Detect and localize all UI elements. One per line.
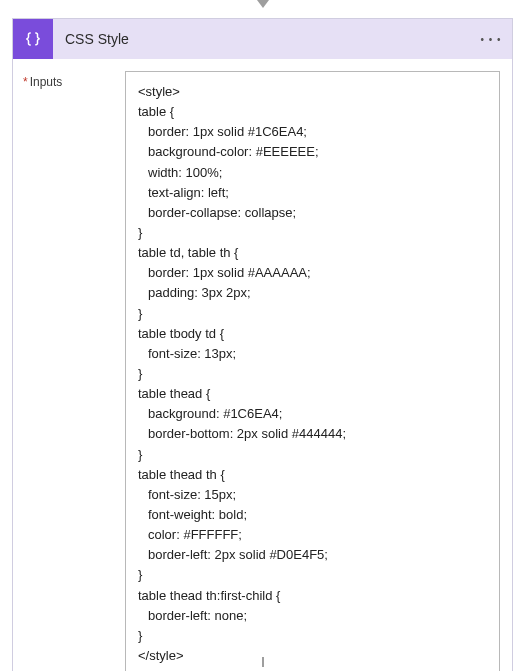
code-line: background: #1C6EA4; xyxy=(138,404,487,424)
code-line: font-weight: bold; xyxy=(138,505,487,525)
code-line: border-collapse: collapse; xyxy=(138,203,487,223)
code-line: background-color: #EEEEEE; xyxy=(138,142,487,162)
card-header[interactable]: CSS Style • • • xyxy=(13,19,512,59)
code-line: color: #FFFFFF; xyxy=(138,525,487,545)
code-line: text-align: left; xyxy=(138,183,487,203)
flow-arrow-in xyxy=(257,0,269,8)
code-line: } xyxy=(138,445,487,465)
code-line: font-size: 15px; xyxy=(138,485,487,505)
code-line: table tbody td { xyxy=(138,324,487,344)
code-braces-icon xyxy=(24,30,42,48)
flow-arrow-out xyxy=(262,657,264,667)
card-title: CSS Style xyxy=(53,31,476,47)
required-indicator: * xyxy=(23,75,28,89)
action-icon-box xyxy=(13,19,53,59)
inputs-value[interactable]: <style>table {border: 1px solid #1C6EA4;… xyxy=(125,71,500,671)
code-line: table td, table th { xyxy=(138,243,487,263)
code-line: table { xyxy=(138,102,487,122)
code-line: <style> xyxy=(138,82,487,102)
card-body: *Inputs <style>table {border: 1px solid … xyxy=(13,59,512,671)
code-line: table thead th:first-child { xyxy=(138,586,487,606)
code-line: border-bottom: 2px solid #444444; xyxy=(138,424,487,444)
code-line: } xyxy=(138,304,487,324)
code-line: </style> xyxy=(138,646,487,666)
code-line: border-left: 2px solid #D0E4F5; xyxy=(138,545,487,565)
code-line: } xyxy=(138,626,487,646)
code-line: font-size: 13px; xyxy=(138,344,487,364)
code-line: } xyxy=(138,364,487,384)
inputs-label-text: Inputs xyxy=(30,75,63,89)
code-line: } xyxy=(138,223,487,243)
code-line: border-left: none; xyxy=(138,606,487,626)
card-menu-button[interactable]: • • • xyxy=(476,24,506,54)
code-line: } xyxy=(138,565,487,585)
code-line: border: 1px solid #1C6EA4; xyxy=(138,122,487,142)
code-line: width: 100%; xyxy=(138,163,487,183)
code-line: table thead { xyxy=(138,384,487,404)
code-line: table thead th { xyxy=(138,465,487,485)
code-line: padding: 3px 2px; xyxy=(138,283,487,303)
code-line: border: 1px solid #AAAAAA; xyxy=(138,263,487,283)
inputs-label: *Inputs xyxy=(13,71,125,671)
action-card: CSS Style • • • *Inputs <style>table {bo… xyxy=(12,18,513,671)
